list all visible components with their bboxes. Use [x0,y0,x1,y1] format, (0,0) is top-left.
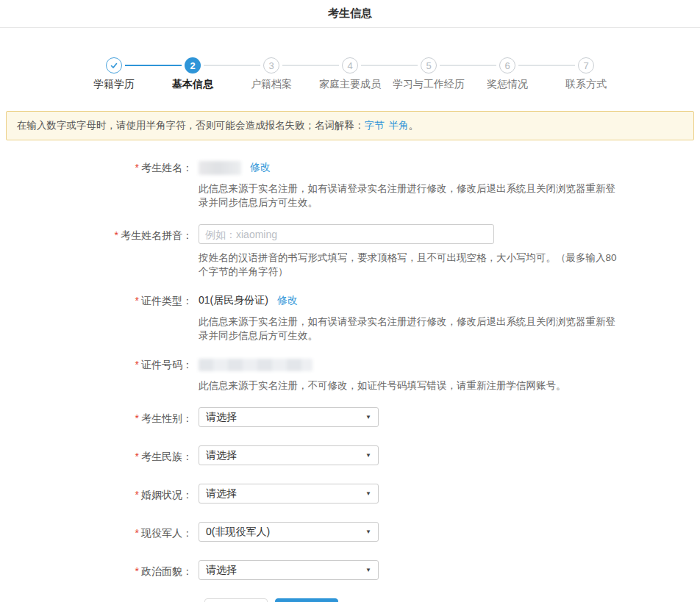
byte-glossary-link[interactable]: 字节 [365,120,385,131]
page-title: 考生信息 [328,7,372,21]
gender-label: *考生性别： [0,407,193,426]
step-number: 4 [342,57,358,74]
candidate-name-label: *考生姓名： [0,160,193,175]
id-type-label: *证件类型： [0,293,193,308]
check-icon [106,57,122,74]
required-marker: * [135,451,139,462]
modify-id-type-link[interactable]: 修改 [277,294,298,307]
dropdown-caret-icon: ▼ [365,491,371,497]
form-actions: 上一步 下一步 [204,598,700,602]
field-ethnicity: *考生民族： 请选择 ▼ [0,445,700,465]
step-contact-info[interactable]: 7 联系方式 [578,57,594,74]
modify-name-link[interactable]: 修改 [250,161,271,174]
marital-status-select[interactable]: 请选择 ▼ [199,484,379,504]
step-number: 7 [578,57,594,74]
field-candidate-name: *考生姓名： 修改 此信息来源于实名注册，如有误请登录实名注册进行修改，修改后退… [0,160,700,209]
political-status-select-value: 请选择 [206,564,237,577]
required-marker: * [135,412,139,424]
step-number: 5 [421,57,437,74]
step-household-file[interactable]: 3 户籍档案 [263,57,279,74]
page-header: 考生信息 [0,0,700,28]
name-pinyin-label: *考生姓名拼音： [0,224,193,243]
required-marker: * [115,229,118,241]
prev-step-button[interactable]: 上一步 [204,598,268,602]
political-status-label: *政治面貌： [0,560,193,578]
step-connector [361,65,418,66]
step-label: 学籍学历 [93,78,135,91]
pinyin-input[interactable] [199,224,494,244]
step-label: 基本信息 [172,78,213,91]
required-marker: * [135,295,139,307]
step-label: 联系方式 [565,78,607,91]
notice-text: 在输入数字或字母时，请使用半角字符，否则可能会造成报名失败；名词解释： [17,120,365,131]
step-basic-info[interactable]: 2 基本信息 [185,57,201,74]
basic-info-form: *考生姓名： 修改 此信息来源于实名注册，如有误请登录实名注册进行修改，修改后退… [0,160,700,602]
required-marker: * [135,359,139,370]
step-family-members[interactable]: 4 家庭主要成员 [342,57,358,74]
id-type-help: 此信息来源于实名注册，如有误请登录实名注册进行修改，修改后退出系统且关闭浏览器重… [199,315,622,343]
halfwidth-notice-bar: 在输入数字或字母时，请使用半角字符，否则可能会造成报名失败；名词解释：字节半角。 [6,111,694,140]
step-student-status[interactable]: 学籍学历 [106,57,122,74]
field-marital-status: *婚姻状况： 请选择 ▼ [0,484,700,504]
required-marker: * [135,565,139,577]
step-connector [518,65,575,66]
step-label: 家庭主要成员 [319,78,381,91]
candidate-name-help: 此信息来源于实名注册，如有误请登录实名注册进行修改，修改后退出系统且关闭浏览器重… [199,182,622,209]
dropdown-caret-icon: ▼ [365,529,371,535]
military-service-select-value: 0(非现役军人) [206,526,270,539]
step-number: 6 [499,57,515,74]
candidate-info-page: 考生信息 学籍学历 2 基本信息 3 户籍档案 4 家庭主要成员 5 学习与工作… [0,0,700,602]
progress-stepper: 学籍学历 2 基本信息 3 户籍档案 4 家庭主要成员 5 学习与工作经历 6 … [106,57,594,100]
ethnicity-select[interactable]: 请选择 ▼ [199,445,379,465]
political-status-select[interactable]: 请选择 ▼ [199,560,379,580]
id-type-value: 01(居民身份证) [199,294,268,307]
field-name-pinyin: *考生姓名拼音： 按姓名的汉语拼音的书写形式填写，要求顶格写，且不可出现空格，大… [0,224,700,279]
field-political-status: *政治面貌： 请选择 ▼ [0,560,700,580]
dropdown-caret-icon: ▼ [365,415,371,420]
step-study-work-history[interactable]: 5 学习与工作经历 [421,57,437,74]
ethnicity-label: *考生民族： [0,445,193,464]
required-marker: * [135,527,139,539]
id-number-label: *证件号码： [0,357,193,372]
step-label: 学习与工作经历 [393,78,465,91]
step-connector [440,65,496,66]
military-service-select[interactable]: 0(非现役军人) ▼ [199,522,379,542]
gender-select-value: 请选择 [206,411,237,424]
step-number: 3 [263,57,279,74]
step-connector [282,65,339,66]
next-step-button[interactable]: 下一步 [275,598,338,602]
halfwidth-glossary-link[interactable]: 半角 [389,120,409,131]
step-label: 户籍档案 [251,78,292,91]
dropdown-caret-icon: ▼ [365,567,371,573]
step-number: 2 [185,57,201,74]
id-number-help: 此信息来源于实名注册，不可修改，如证件号码填写错误，请重新注册学信网账号。 [199,379,622,393]
field-gender: *考生性别： 请选择 ▼ [0,407,700,427]
required-marker: * [135,489,139,501]
gender-select[interactable]: 请选择 ▼ [199,407,379,427]
id-number-redacted [199,359,312,371]
field-id-type: *证件类型： 01(居民身份证) 修改 此信息来源于实名注册，如有误请登录实名注… [0,293,700,343]
ethnicity-select-value: 请选择 [206,449,237,462]
marital-status-label: *婚姻状况： [0,484,193,502]
field-military-service: *现役军人： 0(非现役军人) ▼ [0,522,700,542]
dropdown-caret-icon: ▼ [365,453,371,459]
name-pinyin-help: 按姓名的汉语拼音的书写形式填写，要求顶格写，且不可出现空格，大小写均可。（最多输… [199,251,622,279]
candidate-name-redacted [199,161,241,175]
step-connector [125,65,182,66]
step-rewards-punishments[interactable]: 6 奖惩情况 [499,57,515,74]
field-id-number: *证件号码： 此信息来源于实名注册，不可修改，如证件号码填写错误，请重新注册学信… [0,357,700,393]
required-marker: * [135,162,139,173]
notice-period: 。 [409,120,419,131]
step-label: 奖惩情况 [487,78,528,91]
marital-status-select-value: 请选择 [206,487,237,501]
step-connector [204,65,260,66]
military-service-label: *现役军人： [0,522,193,540]
